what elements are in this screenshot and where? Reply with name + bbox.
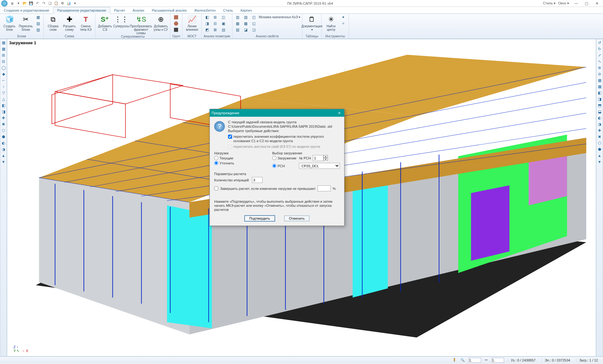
lt10-icon[interactable]: △ — [1, 97, 6, 102]
tool2-icon[interactable]: ✧ — [340, 21, 347, 26]
chk-finish[interactable] — [214, 186, 218, 190]
sb-icon2[interactable]: 🔍 — [460, 358, 465, 362]
minimize-button[interactable]: ― — [572, 1, 581, 6]
rt6-icon[interactable]: ⊖ — [597, 72, 602, 77]
lt18-icon[interactable]: ◑ — [1, 147, 6, 152]
rt11-icon[interactable]: ⬒ — [597, 103, 602, 108]
find-center-button[interactable]: ✳Найти центр — [323, 14, 339, 31]
prop3-icon[interactable]: ▧ — [234, 27, 241, 33]
sb-input1[interactable] — [469, 358, 481, 363]
sb-icon1[interactable]: 🧍 — [452, 358, 457, 362]
lt15-icon[interactable]: ⬡ — [1, 128, 6, 133]
assemble-button[interactable]: ⧉Сборка схем — [46, 14, 61, 31]
create-block-button[interactable]: 🧊Создать блок — [2, 14, 17, 31]
rt5-icon[interactable]: ⊕ — [597, 66, 602, 71]
rsn-combo[interactable]: CP20_DCL — [299, 163, 340, 169]
cancel-button[interactable]: Отменить — [284, 216, 309, 221]
change-fe-button[interactable]: TСмена типа КЭ — [78, 14, 93, 31]
tab-create-edit[interactable]: Создание и редактирование — [0, 7, 53, 13]
chart-icon[interactable]: 📊 — [67, 1, 71, 6]
save-icon[interactable]: 💾 — [29, 1, 33, 6]
supernodes-button[interactable]: ⋮⋮Суперузлы — [114, 14, 129, 28]
undo-icon[interactable]: ↶ — [35, 1, 40, 6]
block-opt2-icon[interactable]: ▧ — [35, 21, 41, 26]
lt14-icon[interactable]: ✖ — [1, 122, 6, 127]
tab-analysis[interactable]: Анализ — [129, 7, 148, 13]
tab-steel[interactable]: Сталь — [220, 7, 237, 13]
radio-current[interactable] — [214, 156, 218, 160]
documentation-button[interactable]: 🗒Документация ▾ — [304, 14, 319, 31]
rt2-icon[interactable]: ↻ — [597, 47, 602, 52]
lt3-icon[interactable]: ⊞ — [1, 53, 6, 58]
intersect-blocks-button[interactable]: ✂Пересечь блоки — [18, 14, 33, 31]
dialog-close-button[interactable]: ✕ — [336, 111, 342, 115]
copy-icon[interactable]: ❏ — [48, 1, 52, 6]
lt17-icon[interactable]: ◐ — [1, 141, 6, 146]
geom3-icon[interactable]: ◩ — [204, 27, 210, 33]
prop2-icon[interactable]: ▦ — [234, 21, 241, 26]
soil-icon[interactable]: 🟫 — [172, 14, 179, 20]
convert-fragment-button[interactable]: ↯SПреобразовать фрагмент схемы — [130, 14, 152, 35]
lt12-icon[interactable]: ◨ — [1, 110, 6, 115]
confirm-button[interactable]: Подтвердить — [245, 216, 275, 221]
lt4-icon[interactable]: ⊟ — [1, 59, 6, 64]
tab-calc[interactable]: Расчет — [110, 7, 129, 13]
lt7-icon[interactable]: ↔ — [1, 78, 6, 83]
prop8-icon[interactable]: ◱ — [251, 21, 258, 26]
rt15-icon[interactable]: ✚ — [597, 128, 602, 133]
prop1-icon[interactable]: ▥ — [234, 14, 241, 20]
paste-icon[interactable]: 📋 — [54, 1, 58, 6]
block-opt1-icon[interactable]: ▦ — [35, 14, 41, 20]
tab-concrete[interactable]: Железобетон — [190, 7, 219, 13]
geom6-icon[interactable]: ⊠ — [212, 27, 219, 33]
redo-icon[interactable]: ↷ — [41, 1, 46, 6]
rt20-icon[interactable]: ▼ — [597, 160, 602, 165]
open-icon[interactable]: 📂 — [23, 1, 27, 6]
prop7-icon[interactable]: ◰ — [251, 14, 258, 20]
prop6-icon[interactable]: ◪ — [242, 27, 249, 33]
prop4-icon[interactable]: ▨ — [242, 14, 249, 20]
influence-lines-button[interactable]: 📈Линии влияния — [184, 14, 199, 31]
rt7-icon[interactable]: ▦ — [597, 78, 602, 83]
chk-recount-c1c2[interactable] — [228, 135, 232, 139]
rt17-icon[interactable]: ⬡ — [597, 141, 602, 146]
rt16-icon[interactable]: ✖ — [597, 135, 602, 140]
rt8-icon[interactable]: ▩ — [597, 84, 602, 89]
lt6-icon[interactable]: ◆ — [1, 72, 6, 77]
spin-up-icon[interactable]: ▲ — [323, 155, 328, 158]
geom9-icon[interactable]: ▤ — [220, 27, 227, 33]
prop9-icon[interactable]: ◲ — [251, 27, 258, 33]
geom1-icon[interactable]: ◧ — [204, 14, 210, 20]
settings-icon[interactable]: ⚙ — [60, 1, 65, 6]
lt13-icon[interactable]: ✚ — [1, 116, 6, 121]
dropdown-icon[interactable]: ▾ — [16, 1, 21, 6]
add-nodes-su-button[interactable]: ⊕Добавить узлы к СУ — [153, 14, 168, 31]
close-button[interactable]: ✕ — [592, 1, 602, 6]
lt8-icon[interactable]: ↕ — [1, 84, 6, 89]
tool1-icon[interactable]: ✦ — [340, 14, 347, 20]
soil3-icon[interactable]: ⬛ — [172, 27, 179, 33]
tab-ext-analysis[interactable]: Расширенный анализ — [148, 7, 190, 13]
lt5-icon[interactable]: ◯ — [1, 66, 6, 71]
sb-input2[interactable] — [492, 358, 504, 363]
radio-rsn[interactable] — [272, 164, 276, 168]
rt19-icon[interactable]: ▲ — [597, 153, 602, 158]
split-button[interactable]: ✚Расшить схему — [62, 14, 77, 31]
lt16-icon[interactable]: ⬢ — [1, 135, 6, 140]
lt20-icon[interactable]: ▼ — [1, 160, 6, 165]
style-menu[interactable]: Стиль ▾ — [543, 1, 556, 5]
geom5-icon[interactable]: ⊟ — [212, 21, 219, 26]
rt18-icon[interactable]: ⬢ — [597, 147, 602, 152]
tab-brick[interactable]: Кирпич — [237, 7, 256, 13]
rsn-no-input[interactable] — [313, 155, 323, 161]
rt4-icon[interactable]: ⤡ — [597, 59, 602, 64]
radio-loading[interactable] — [272, 156, 276, 160]
geom8-icon[interactable]: ▣ — [220, 21, 227, 26]
threshold-input[interactable] — [318, 185, 331, 191]
geom7-icon[interactable]: ◫ — [220, 14, 227, 20]
rt3-icon[interactable]: ⤢ — [597, 53, 602, 58]
rt14-icon[interactable]: ◑ — [597, 122, 602, 127]
lt11-icon[interactable]: ◧ — [1, 103, 6, 108]
dropdown-icon[interactable]: ▾ — [73, 1, 77, 6]
lt19-icon[interactable]: ▲ — [1, 153, 6, 158]
